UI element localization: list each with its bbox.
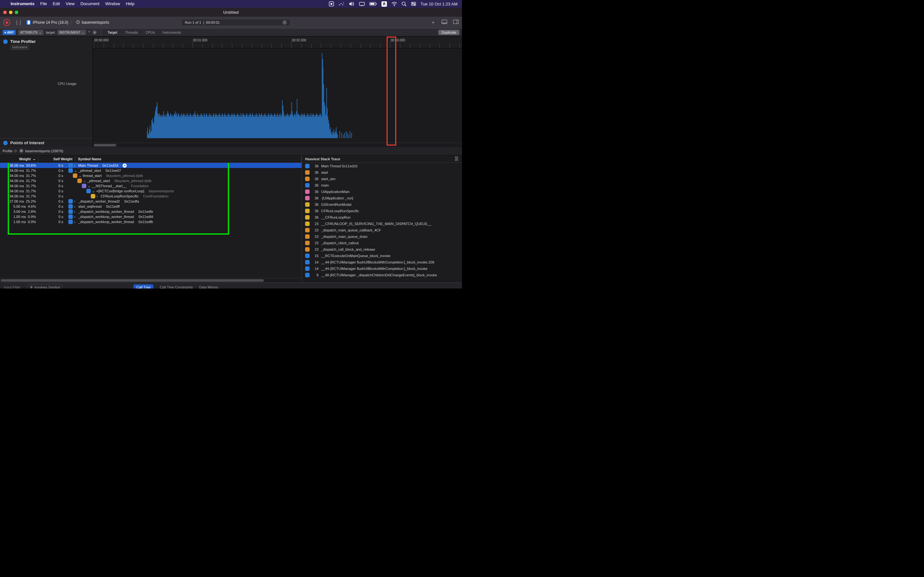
pause-button[interactable]: ❙❙ [15,19,22,25]
call-tree-row[interactable]: 1.00 ms 0.9%0 s›_dispatch_workloop_worke… [0,214,302,219]
timeline-scrollbar[interactable] [93,143,462,147]
heaviest-stack-row[interactable]: 36CFRunLoopRunSpecific [302,208,462,214]
window-zoom-button[interactable] [15,11,18,14]
add-button[interactable]: ＋ [431,19,436,26]
detail-hscrollbar[interactable] [0,278,302,282]
heaviest-stack-row[interactable]: 36start_sim [302,176,462,182]
heaviest-stack-row[interactable]: 23_dispatch_call_block_and_release [302,246,462,253]
heaviest-stack-row[interactable]: 36Main Thread 0x11ed2d [302,163,462,169]
call-tree-row[interactable]: 1.00 ms 0.9%0 s›_dispatch_workloop_worke… [0,219,302,224]
track-points-of-interest[interactable]: Points of Interest [0,138,93,147]
heaviest-stack-row[interactable]: 36-[UIApplication _run] [302,195,462,201]
disclosure-icon[interactable]: › [74,163,77,167]
filter-any-tag[interactable]: ▾ ANY [3,30,16,35]
window-minimize-button[interactable] [9,11,13,14]
call-tree-button[interactable]: Call Tree [134,284,153,289]
heaviest-stack-row[interactable]: 6__48-[RCTUIManager _dispatchChildrenDid… [302,272,462,278]
filter-instrument-tag[interactable]: INSTRUMENT ⌄ [57,30,86,35]
heaviest-stack-row[interactable]: 23_dispatch_main_queue_drain [302,234,462,240]
timeline-graph[interactable]: 00:00.00000:01.00000:02.00000:03.000 [93,37,462,147]
disclosure-icon[interactable]: › [74,215,77,219]
spotlight-icon[interactable] [402,2,407,6]
disclosure-icon[interactable]: ⌄ [87,184,90,188]
focus-icon[interactable] [454,156,459,161]
involves-symbol-button[interactable]: ⊗Involves Symbol [27,284,63,288]
disclosure-icon[interactable]: › [74,210,77,213]
scope-threads[interactable]: Threads [123,29,141,35]
input-filter-field[interactable]: Input Filter [4,285,21,289]
focus-arrow-icon[interactable]: ➤ [123,163,127,168]
heaviest-stack-row[interactable]: 36__CFRunLoopRun [302,214,462,221]
menu-help[interactable]: Help [123,0,137,8]
menubar-clock[interactable]: Tue 10 Oct 1:23 AM [421,2,457,6]
volume-icon[interactable] [349,2,355,6]
scope-instruments[interactable]: Instruments [160,29,184,35]
menu-window[interactable]: Window [102,0,123,8]
column-symbol[interactable]: Symbol Name [75,155,302,163]
app-menu[interactable]: Instruments [8,0,37,8]
target-picker[interactable]: iPhone 14 Pro (16.0) 〉 basementsports [26,20,109,25]
heaviest-stack-row[interactable]: 23__CFRUNLOOP_IS_SERVICING_THE_MAIN_DISP… [302,221,462,227]
inspector-toggle-icon[interactable] [441,19,447,25]
heaviest-stack-row[interactable]: 23_dispatch_client_callout [302,240,462,246]
disclosure-icon[interactable]: ⌄ [74,169,77,173]
call-tree-constraints-button[interactable]: Call Tree Constraints [160,285,193,289]
heaviest-stack-row[interactable]: 14__44-[RCTUIManager flushUIBlocksWithCo… [302,266,462,272]
call-tree-row[interactable]: 34.00 ms 31.7%0 s⌄_pthread_start 0x11ee0… [0,168,302,173]
input-source-badge[interactable]: A [381,1,387,7]
wifi-icon[interactable] [391,2,397,6]
menu-document[interactable]: Document [78,0,102,8]
clear-icon[interactable]: ✕ [19,149,23,153]
timeline-ruler[interactable]: 00:00.00000:01.00000:02.00000:03.000 [93,37,462,48]
info-icon[interactable]: i [282,20,287,25]
battery-icon[interactable] [369,2,377,6]
duplicate-button[interactable]: Duplicate [438,30,459,35]
heaviest-stack-row[interactable]: 36start [302,169,462,176]
disclosure-icon[interactable]: › [97,194,99,198]
column-weight[interactable]: Weight ⌄ [0,155,39,163]
call-tree-row[interactable]: 3.00 ms 2.8%0 s›_dispatch_workloop_worke… [0,209,302,214]
disclosure-icon[interactable]: › [74,205,77,208]
menu-file[interactable]: File [37,0,50,8]
status-dots-icon[interactable] [338,2,344,6]
heaviest-stack-row[interactable]: 36UIApplicationMain [302,189,462,195]
call-tree[interactable]: 36.00 ms 33.6%0 s›Main Thread 0x11ed2d ➤… [0,163,302,278]
call-tree-row[interactable]: 34.00 ms 31.7%0 s⌄__NSThread__start__ Fo… [0,183,302,189]
control-center-icon[interactable] [411,2,416,6]
clear-icon[interactable]: ⊗ [30,285,33,288]
call-tree-row[interactable]: 5.00 ms 4.6%0 s›start_wqthread 0x11edff [0,204,302,209]
heaviest-stack-row[interactable]: 36main [302,182,462,189]
menu-edit[interactable]: Edit [50,0,63,8]
call-tree-row[interactable]: 27.00 ms 25.2%0 s›_dispatch_worker_threa… [0,199,302,204]
detail-view-picker[interactable]: Profile ◇ [3,149,17,153]
track-time-profiler[interactable]: Time Profiler [3,39,89,44]
disclosure-icon[interactable]: ⌄ [79,174,81,178]
sidebar-toggle-icon[interactable] [453,19,459,25]
status-app-icon[interactable] [329,1,334,6]
record-button[interactable] [3,19,10,26]
disclosure-icon[interactable]: ⌄ [92,189,95,193]
disclosure-icon[interactable]: › [74,220,77,224]
heaviest-stack-row[interactable]: 23_dispatch_main_queue_callback_4CF [302,227,462,234]
call-tree-row[interactable]: 34.00 ms 31.7%0 s›CFRunLoopRunSpecific C… [0,193,302,199]
disclosure-icon[interactable]: ⌄ [83,179,86,183]
call-tree-row[interactable]: 34.00 ms 31.7%0 s⌄_pthread_start libsyst… [0,178,302,183]
detail-process-filter[interactable]: ✕basementsports (33876) [19,149,63,153]
disclosure-icon[interactable]: › [74,199,77,203]
window-close-button[interactable] [3,11,7,14]
call-tree-row[interactable]: 34.00 ms 31.7%0 s⌄thread_start libsystem… [0,173,302,178]
call-tree-row[interactable]: 36.00 ms 33.6%0 s›Main Thread 0x11ed2d ➤ [0,163,302,168]
heaviest-stack-list[interactable]: 36Main Thread 0x11ed2d36start36start_sim… [302,163,462,282]
heaviest-stack-row[interactable]: 36GSEventRunModal [302,201,462,208]
heaviest-stack-row[interactable]: 14__44-[RCTUIManager flushUIBlocksWithCo… [302,259,462,266]
screen-mirror-icon[interactable] [359,2,365,6]
column-self-weight[interactable]: Self Weight [39,155,75,163]
scope-target[interactable]: Target [105,29,120,35]
filter-attribute-tag[interactable]: ATTRIBUTE ⌄ [18,30,43,35]
call-tree-row[interactable]: 34.00 ms 31.7%0 s⌄+[RCTCxxBridge runRunL… [0,189,302,193]
heaviest-stack-row[interactable]: 15__RCTExecuteOnMainQueue_block_invoke [302,253,462,259]
scope-cpus[interactable]: CPUs [143,29,158,35]
run-info-pill[interactable]: Run 1 of 1 | 00:09:01 i [181,19,290,26]
data-mining-button[interactable]: Data Mining [199,285,218,289]
menu-view[interactable]: View [63,0,78,8]
